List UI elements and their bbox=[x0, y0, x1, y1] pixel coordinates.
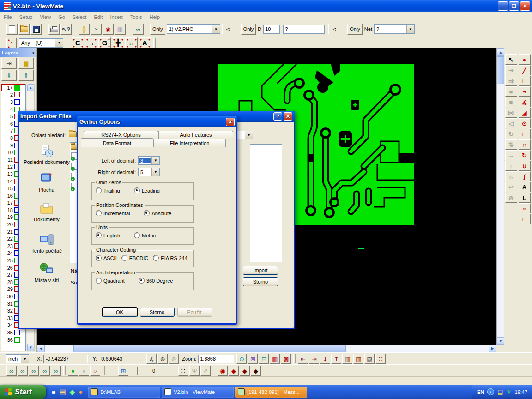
tab-data-format[interactable]: Data Format bbox=[81, 138, 153, 147]
grid-snap-button[interactable]: ▩ bbox=[281, 354, 291, 364]
toolbar-grip[interactable] bbox=[213, 366, 215, 375]
draw-dimension-tool[interactable]: ⇔ bbox=[519, 203, 531, 213]
view-traces-button[interactable]: ∞ bbox=[18, 366, 28, 376]
view-pads-button[interactable]: ∞ bbox=[6, 366, 17, 376]
toolbar-grip[interactable] bbox=[103, 366, 105, 375]
swap-tool[interactable]: ↕ bbox=[505, 161, 517, 171]
layers-panel-titlebar[interactable]: Layers x bbox=[0, 48, 36, 57]
option-360-degree[interactable]: 360 Degree bbox=[139, 278, 173, 284]
toolbar-grip[interactable] bbox=[2, 38, 4, 48]
toolbar-grip[interactable] bbox=[74, 24, 76, 34]
tile-view-button[interactable]: ⊞ bbox=[118, 366, 128, 376]
origin-style-a-button[interactable]: ◉ bbox=[218, 366, 228, 376]
pan-left-button[interactable]: ⇤ bbox=[298, 354, 308, 364]
zoom-grid-button[interactable]: ⊠ bbox=[248, 354, 258, 364]
left-of-decimal-combo[interactable]: 3 ▼ bbox=[138, 156, 160, 165]
folder-task[interactable]: D:\MLAB bbox=[88, 387, 160, 398]
highlight-off-button[interactable]: ● bbox=[79, 366, 89, 376]
undo-tool[interactable]: ↩ bbox=[505, 182, 517, 192]
toolbar-grip[interactable] bbox=[2, 366, 4, 375]
radio-eia-rs-244[interactable] bbox=[153, 255, 159, 261]
option-leading[interactable]: Leading bbox=[134, 187, 160, 193]
layer-color-swatch[interactable] bbox=[14, 337, 20, 343]
close-button[interactable]: ✕ bbox=[520, 1, 530, 11]
import-button[interactable]: Import bbox=[243, 266, 278, 275]
option-ascii[interactable]: ASCII bbox=[96, 255, 117, 261]
radio-leading[interactable] bbox=[134, 187, 140, 193]
menu-go[interactable]: Go bbox=[54, 13, 69, 21]
draw-angle-arc-tool[interactable]: ∡ bbox=[519, 97, 531, 107]
dock-layer-button[interactable]: ⇥ bbox=[1, 58, 17, 69]
toolbar-grip[interactable] bbox=[128, 24, 130, 34]
menu-edit[interactable]: Edit bbox=[90, 13, 106, 21]
tab-rs274-x-options[interactable]: RS274-X Options bbox=[84, 131, 158, 139]
toolbar-grip[interactable] bbox=[31, 354, 33, 363]
look-in-combo[interactable]: ▼ bbox=[236, 131, 253, 139]
scrollbar-thumb[interactable] bbox=[73, 345, 346, 352]
scale-tool[interactable]: ⇅ bbox=[505, 139, 517, 150]
dcode-input[interactable] bbox=[263, 25, 280, 34]
select-next-button[interactable]: → bbox=[85, 37, 97, 48]
menu-help[interactable]: Help bbox=[146, 13, 164, 21]
place-tento-po-ta[interactable]: Tento počítač bbox=[24, 233, 70, 254]
grid-dots-button[interactable]: ∷ bbox=[178, 366, 188, 376]
layer-color-swatch[interactable] bbox=[14, 99, 20, 105]
pan-up-button[interactable]: ↥ bbox=[331, 354, 341, 364]
layer-color-swatch[interactable] bbox=[14, 85, 20, 91]
cancel-button[interactable]: Storno bbox=[243, 277, 278, 286]
draw-pad-tool[interactable]: ● bbox=[519, 54, 531, 65]
layer-row-1[interactable]: 1+ bbox=[1, 84, 25, 91]
snip-tool[interactable]: ⊘ bbox=[505, 193, 517, 203]
select-text-button[interactable]: A bbox=[139, 37, 151, 48]
toolbar-grip[interactable] bbox=[67, 38, 69, 48]
menu-tools[interactable]: Tools bbox=[127, 13, 146, 21]
ok-button[interactable]: OK bbox=[103, 308, 137, 317]
settings-tool[interactable]: ☼ bbox=[505, 171, 517, 181]
layer-up-button[interactable]: ⇑ bbox=[18, 70, 34, 81]
view-polygons-button[interactable]: ∞ bbox=[29, 366, 39, 376]
dcode-filter-input[interactable] bbox=[283, 25, 325, 34]
language-indicator[interactable]: EN bbox=[477, 389, 484, 395]
toolbar-grip[interactable] bbox=[293, 354, 296, 363]
place-plocha[interactable]: Plocha bbox=[24, 172, 70, 193]
toolbar-grip[interactable] bbox=[44, 24, 46, 34]
option-absolute[interactable]: Absolute bbox=[144, 210, 171, 216]
green-app-icon[interactable]: ◈ bbox=[70, 388, 75, 396]
anchor-button[interactable]: Ψ bbox=[189, 366, 200, 376]
draw-curve-tool[interactable]: ↻ bbox=[519, 150, 531, 160]
redraw-button[interactable]: ╬ bbox=[79, 24, 90, 35]
draw-rectangle-tool[interactable]: □ bbox=[519, 129, 531, 139]
select-pad-button[interactable]: ╋ bbox=[112, 37, 124, 48]
open-folder-button[interactable] bbox=[18, 24, 30, 35]
ie-icon[interactable]: e bbox=[52, 388, 55, 396]
restore-button[interactable]: ❐ bbox=[509, 1, 519, 11]
menu-view[interactable]: View bbox=[36, 13, 54, 21]
probe-button[interactable]: ○ bbox=[90, 366, 100, 376]
radio-metric[interactable] bbox=[134, 232, 140, 238]
copy-to-layer-tool[interactable]: ⇉ bbox=[505, 76, 517, 86]
option-ebcdic[interactable]: EBCDIC bbox=[121, 255, 149, 261]
zoom-input[interactable] bbox=[198, 355, 234, 363]
relative-origin-button[interactable]: ⊕ bbox=[169, 354, 179, 364]
layer-row-35[interactable]: 35 bbox=[1, 329, 25, 336]
unit-combo[interactable]: inch ▼ bbox=[6, 354, 29, 363]
flip-tool[interactable]: ◁ bbox=[505, 118, 517, 128]
toolbar-grip[interactable] bbox=[507, 51, 515, 53]
only-layer-button[interactable]: Only bbox=[150, 24, 165, 35]
draw-corner2-tool[interactable]: ∟ bbox=[519, 214, 531, 224]
radio-ascii[interactable] bbox=[96, 255, 102, 261]
measure-button[interactable] bbox=[133, 24, 144, 35]
origin-style-c-button[interactable]: ◆ bbox=[240, 366, 250, 376]
previous-net-button[interactable]: < bbox=[328, 24, 340, 34]
cancel-button[interactable]: Storno bbox=[140, 308, 175, 317]
place-posledn-dokumenty[interactable]: Poslední dokumenty bbox=[24, 144, 70, 165]
grid-view-button[interactable]: ▦ bbox=[270, 354, 280, 364]
draw-polyline-tool[interactable]: ∟ bbox=[519, 76, 531, 86]
scrollbar-thumb[interactable] bbox=[497, 56, 504, 84]
radio-trailing[interactable] bbox=[96, 187, 102, 193]
origin-style-d-button[interactable]: ◆ bbox=[251, 366, 261, 376]
toolbar-grip[interactable] bbox=[146, 24, 148, 34]
view-text-button[interactable]: ∞ bbox=[40, 366, 50, 376]
vector-snap-button[interactable]: ⇗ bbox=[200, 366, 211, 376]
tools-button[interactable]: × bbox=[91, 24, 102, 35]
